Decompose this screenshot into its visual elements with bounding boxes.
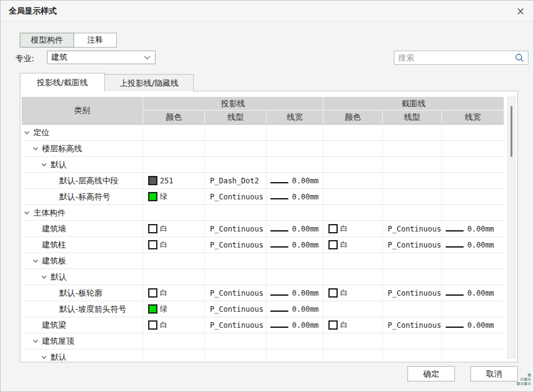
color-swatch[interactable] (148, 240, 157, 249)
sect-color-cell[interactable] (323, 269, 383, 285)
profession-dropdown[interactable]: 建筑 (47, 51, 156, 64)
proj-color-cell[interactable] (143, 333, 205, 349)
color-swatch[interactable] (328, 240, 338, 249)
table-row[interactable]: 建筑梁白P_Continuous0.00mm白P_Continuous0.00m… (22, 317, 504, 333)
proj-linewidth-cell[interactable]: 0.00mm (267, 173, 323, 188)
category-cell[interactable]: 建筑屋顶 (22, 333, 143, 349)
proj-linetype-cell[interactable] (205, 205, 267, 220)
ok-button[interactable]: 确定 (407, 366, 455, 382)
proj-color-cell[interactable]: 251 (143, 173, 205, 188)
chevron-down-icon[interactable] (33, 340, 42, 343)
sect-color-cell[interactable] (323, 157, 383, 172)
sect-color-cell[interactable] (323, 173, 383, 188)
sect-linetype-cell[interactable] (383, 301, 442, 317)
sect-color-cell[interactable] (323, 189, 383, 204)
proj-color-cell[interactable]: 绿 (143, 189, 205, 204)
proj-linewidth-cell[interactable]: 0.00mm (267, 189, 323, 204)
sect-linetype-cell[interactable] (383, 125, 442, 140)
table-row[interactable]: 默认 (22, 157, 504, 173)
proj-linewidth-cell[interactable] (267, 157, 323, 172)
proj-linetype-cell[interactable]: P_Continuous (205, 317, 267, 333)
category-cell[interactable]: 默认 (22, 157, 143, 172)
proj-linetype-cell[interactable] (205, 125, 267, 140)
table-row[interactable]: 定位 (22, 125, 504, 141)
sect-color-cell[interactable] (323, 349, 383, 361)
table-row[interactable]: 建筑柱白P_Continuous0.00mm白P_Continuous0.00m… (22, 237, 504, 253)
sect-linetype-cell[interactable]: P_Continuous (383, 317, 442, 333)
table-row[interactable]: 建筑屋顶 (22, 333, 504, 349)
sect-linewidth-cell[interactable] (442, 157, 504, 172)
search-input[interactable] (394, 51, 515, 64)
table-row[interactable]: 楼层标高线 (22, 141, 504, 157)
sect-linewidth-cell[interactable] (442, 189, 504, 204)
chevron-down-icon[interactable] (41, 163, 51, 167)
proj-linewidth-cell[interactable]: 0.00mm (267, 285, 323, 301)
sect-linewidth-cell[interactable] (442, 333, 504, 349)
proj-color-cell[interactable] (143, 269, 205, 285)
scrollbar-thumb[interactable] (511, 106, 512, 157)
close-icon[interactable]: × (514, 4, 527, 18)
table-row[interactable]: 默认-层高线中段251P_Dash_Dot20.00mm (22, 173, 504, 189)
sect-linewidth-cell[interactable] (442, 205, 504, 220)
sect-linetype-cell[interactable] (383, 349, 442, 361)
category-cell[interactable]: 默认 (22, 349, 143, 361)
sect-linetype-cell[interactable] (383, 189, 442, 204)
table-row[interactable]: 主体构件 (22, 205, 504, 221)
proj-color-cell[interactable] (143, 253, 205, 269)
proj-color-cell[interactable] (143, 205, 205, 220)
table-row[interactable]: 默认 (22, 349, 504, 361)
color-swatch[interactable] (148, 320, 157, 330)
category-cell[interactable]: 建筑柱 (22, 237, 143, 252)
sect-linewidth-cell[interactable]: 0.00mm (442, 237, 504, 252)
proj-linewidth-cell[interactable]: 0.00mm (267, 317, 323, 333)
sect-linetype-cell[interactable]: P_Continuous (383, 285, 442, 301)
sect-linetype-cell[interactable] (383, 253, 442, 269)
table-row[interactable]: 默认-标高符号绿P_Continuous0.00mm (22, 189, 504, 205)
sect-linetype-cell[interactable]: P_Continuous (383, 237, 442, 252)
table-row[interactable]: 默认 (22, 269, 504, 285)
proj-color-cell[interactable]: 白 (143, 237, 205, 252)
sect-linetype-cell[interactable] (383, 173, 442, 188)
color-swatch[interactable] (148, 304, 157, 314)
color-swatch[interactable] (328, 224, 338, 233)
proj-color-cell[interactable]: 白 (143, 317, 205, 333)
category-cell[interactable]: 建筑板 (22, 253, 143, 269)
color-swatch[interactable] (328, 320, 338, 330)
proj-linewidth-cell[interactable] (267, 253, 323, 269)
proj-linetype-cell[interactable]: P_Continuous (205, 237, 267, 252)
sect-color-cell[interactable]: 白 (323, 221, 383, 236)
sect-color-cell[interactable] (323, 205, 383, 220)
proj-linetype-cell[interactable] (205, 253, 267, 269)
proj-linewidth-cell[interactable] (267, 205, 323, 220)
proj-linewidth-cell[interactable] (267, 125, 323, 140)
sect-linewidth-cell[interactable] (442, 173, 504, 188)
category-cell[interactable]: 默认-板轮廓 (22, 285, 143, 301)
category-cell[interactable]: 默认-标高符号 (22, 189, 143, 204)
sect-color-cell[interactable]: 白 (323, 237, 383, 252)
proj-linetype-cell[interactable]: P_Continuous (205, 189, 267, 204)
proj-linewidth-cell[interactable]: 0.00mm (267, 221, 323, 236)
category-cell[interactable]: 建筑梁 (22, 317, 143, 333)
sect-linetype-cell[interactable] (383, 333, 442, 349)
proj-linewidth-cell[interactable] (267, 333, 323, 349)
sect-linetype-cell[interactable] (383, 141, 442, 156)
sect-linewidth-cell[interactable]: 0.00mm (442, 285, 504, 301)
table-row[interactable]: 建筑板 (22, 253, 504, 269)
chevron-down-icon[interactable] (24, 131, 33, 135)
table-row[interactable]: 建筑墙白P_Continuous0.00mm白P_Continuous0.00m… (22, 221, 504, 237)
sect-color-cell[interactable] (323, 301, 383, 317)
sect-linewidth-cell[interactable] (442, 125, 504, 140)
proj-color-cell[interactable] (143, 157, 205, 172)
proj-linetype-cell[interactable]: P_Continuous (205, 301, 267, 317)
tab-projection-section-lines[interactable]: 投影线/截面线 (20, 73, 105, 91)
sect-linewidth-cell[interactable] (442, 269, 504, 285)
proj-linetype-cell[interactable]: P_Dash_Dot2 (205, 173, 267, 188)
vertical-scrollbar[interactable] (507, 97, 515, 359)
category-cell[interactable]: 默认-层高线中段 (22, 173, 143, 188)
category-cell[interactable]: 楼层标高线 (22, 141, 143, 156)
tab-model-components[interactable]: 模型构件 (20, 33, 74, 48)
proj-color-cell[interactable]: 白 (143, 221, 205, 236)
sect-linewidth-cell[interactable]: 0.00mm (442, 221, 504, 236)
proj-linetype-cell[interactable] (205, 157, 267, 172)
sect-linetype-cell[interactable]: P_Continuous (383, 221, 442, 236)
